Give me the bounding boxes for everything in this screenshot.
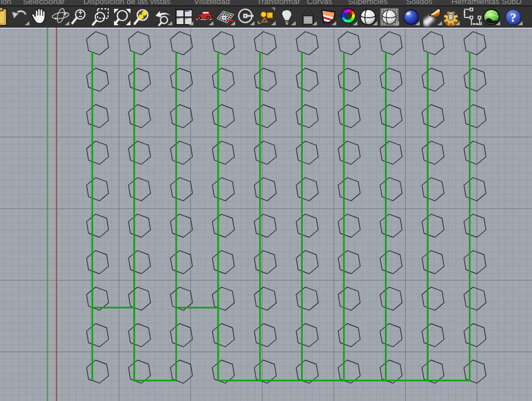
svg-text:?: ? [510,9,517,24]
